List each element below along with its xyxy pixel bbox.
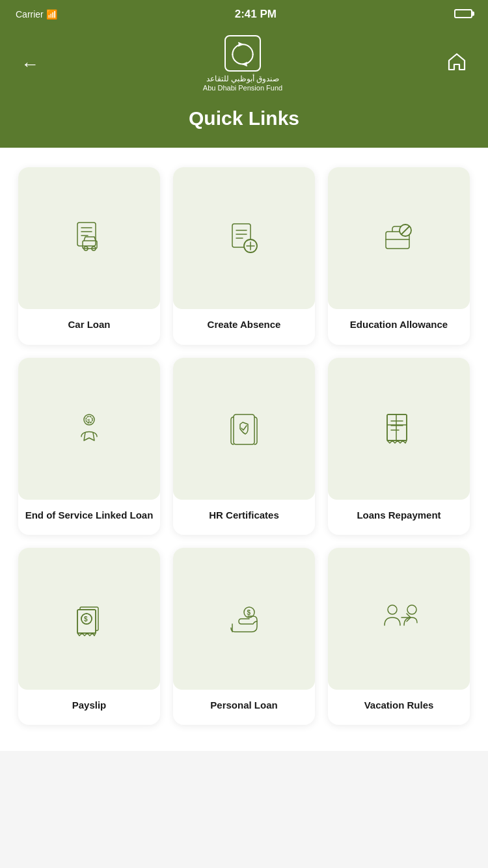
card-personal-loan[interactable]: $ Personal Loan bbox=[173, 548, 315, 725]
vacation-rules-icon-wrap bbox=[328, 548, 470, 690]
svg-text:$: $ bbox=[84, 616, 88, 623]
payslip-icon-wrap: $ bbox=[18, 548, 160, 690]
payslip-icon: $ bbox=[68, 598, 110, 640]
svg-rect-0 bbox=[77, 223, 96, 246]
status-bar: Carrier 📶 2:41 PM bbox=[0, 0, 488, 29]
svg-text:$: $ bbox=[87, 418, 90, 424]
loans-repayment-icon bbox=[378, 408, 420, 450]
hr-certificates-icon bbox=[223, 408, 265, 450]
back-button[interactable]: ← bbox=[16, 51, 44, 77]
svg-text:$: $ bbox=[247, 609, 251, 616]
svg-point-36 bbox=[388, 605, 397, 614]
time-label: 2:41 PM bbox=[235, 8, 277, 21]
main-content: Car Loan Create Absence bbox=[0, 148, 488, 751]
loans-repayment-label: Loans Repayment bbox=[351, 509, 446, 522]
card-car-loan[interactable]: Car Loan bbox=[18, 167, 160, 344]
education-allowance-icon-wrap bbox=[328, 167, 470, 309]
svg-rect-25 bbox=[387, 414, 407, 441]
quick-links-grid: Car Loan Create Absence bbox=[18, 167, 470, 725]
end-of-service-label: End of Service Linked Loan bbox=[20, 509, 159, 522]
vacation-rules-label: Vacation Rules bbox=[359, 699, 439, 712]
card-create-absence[interactable]: Create Absence bbox=[173, 167, 315, 344]
header-nav: ← صندوق أبوظبي للتقاعد Abu Dhabi Pension… bbox=[16, 35, 472, 93]
hr-certificates-label: HR Certificates bbox=[204, 509, 284, 522]
logo-container: صندوق أبوظبي للتقاعد Abu Dhabi Pension F… bbox=[203, 35, 282, 93]
loans-repayment-icon-wrap bbox=[328, 358, 470, 500]
vacation-rules-icon bbox=[378, 598, 420, 640]
car-loan-label: Car Loan bbox=[62, 318, 115, 331]
car-loan-icon bbox=[68, 217, 110, 259]
svg-point-38 bbox=[407, 605, 416, 614]
hr-certificates-icon-wrap bbox=[173, 358, 315, 500]
card-vacation-rules[interactable]: Vacation Rules bbox=[328, 548, 470, 725]
header: ← صندوق أبوظبي للتقاعد Abu Dhabi Pension… bbox=[0, 29, 488, 148]
carrier-label: Carrier 📶 bbox=[16, 9, 57, 20]
personal-loan-icon-wrap: $ bbox=[173, 548, 315, 690]
personal-loan-label: Personal Loan bbox=[205, 699, 282, 712]
education-allowance-label: Education Allowance bbox=[345, 318, 453, 331]
logo-icon bbox=[224, 35, 261, 72]
page-title: Quick Links bbox=[189, 107, 299, 129]
logo-english-text: Abu Dhabi Pension Fund bbox=[203, 83, 282, 93]
create-absence-icon bbox=[223, 217, 265, 259]
personal-loan-icon: $ bbox=[223, 598, 265, 640]
education-allowance-icon bbox=[378, 217, 420, 259]
create-absence-label: Create Absence bbox=[202, 318, 286, 331]
card-hr-certificates[interactable]: HR Certificates bbox=[173, 358, 315, 535]
logo-arabic-text: صندوق أبوظبي للتقاعد bbox=[206, 74, 280, 83]
end-of-service-icon-wrap: $ bbox=[18, 358, 160, 500]
home-button[interactable] bbox=[441, 49, 472, 79]
card-payslip[interactable]: $ Payslip bbox=[18, 548, 160, 725]
card-education-allowance[interactable]: Education Allowance bbox=[328, 167, 470, 344]
create-absence-icon-wrap bbox=[173, 167, 315, 309]
card-loans-repayment[interactable]: Loans Repayment bbox=[328, 358, 470, 535]
svg-rect-21 bbox=[387, 414, 407, 441]
battery-indicator bbox=[454, 9, 472, 20]
car-loan-icon-wrap bbox=[18, 167, 160, 309]
payslip-label: Payslip bbox=[67, 699, 112, 712]
end-of-service-icon: $ bbox=[68, 408, 110, 450]
card-end-of-service[interactable]: $ End of Service Linked Loan bbox=[18, 358, 160, 535]
